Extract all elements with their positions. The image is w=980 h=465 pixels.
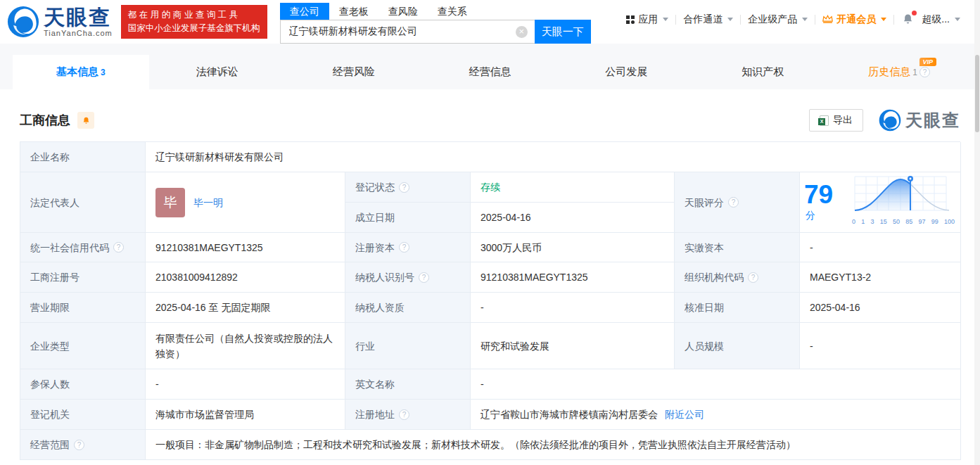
help-icon[interactable]: ? <box>399 182 409 193</box>
section-bar: 工商信息 导出 天眼查 <box>20 109 960 132</box>
reg-authority-value: 海城市市场监督管理局 <box>146 400 345 430</box>
menu-user-label: 超级... <box>922 13 950 26</box>
notifications-button[interactable] <box>901 13 915 26</box>
tab-legal[interactable]: 法律诉讼 <box>149 55 286 89</box>
top-menu: 应用 合作通道 企业级产品 开通会员 <box>626 13 960 26</box>
insured-count-value: - <box>146 369 345 400</box>
tab-legal-label: 法律诉讼 <box>196 65 238 79</box>
help-icon[interactable]: ? <box>919 67 930 77</box>
help-icon[interactable]: ? <box>74 440 84 450</box>
tianyancha-logo-icon <box>879 109 901 132</box>
help-icon[interactable]: ? <box>728 197 739 208</box>
tab-intellectual-property[interactable]: 知识产权 <box>694 55 831 89</box>
vip-badge: VIP <box>919 58 937 66</box>
tab-basic-info[interactable]: 基本信息 3 <box>13 55 149 89</box>
credit-code-label: 统一社会信用代码? <box>20 233 146 262</box>
search-tab-company[interactable]: 查公司 <box>280 3 329 20</box>
business-scope-label: 经营范围? <box>20 430 146 460</box>
tianyancha-logo-icon <box>7 6 39 38</box>
search-button[interactable]: 天眼一下 <box>535 20 591 44</box>
tianyancha-logo[interactable]: 天眼查 TianYanCha.com <box>7 6 113 38</box>
reg-capital-label: 注册资本? <box>345 233 471 262</box>
company-type-label: 企业类型 <box>20 323 146 369</box>
reg-status-value: 存续 <box>471 172 675 203</box>
divider <box>740 15 741 25</box>
tab-basic-info-label: 基本信息 <box>56 65 98 79</box>
clear-search-icon[interactable]: × <box>516 26 528 38</box>
help-icon[interactable]: ? <box>113 242 124 253</box>
top-header: 天眼查 TianYanCha.com 都在用的商业查询工具 国家中小企业发展子基… <box>0 0 980 44</box>
export-button-label: 导出 <box>833 114 853 127</box>
scrollbar[interactable] <box>974 0 980 465</box>
establish-date-label: 成立日期 <box>345 203 471 233</box>
watermark-text: 天眼查 <box>905 109 960 132</box>
monitor-bell-button[interactable] <box>77 112 94 129</box>
menu-vip[interactable]: 开通会员 <box>822 13 886 26</box>
help-icon[interactable]: ? <box>748 272 758 283</box>
divider <box>893 15 894 25</box>
score-number: 79 <box>804 180 833 209</box>
score-value[interactable]: 79分 01 <box>800 172 961 233</box>
insured-count-label: 参保人数 <box>20 369 146 400</box>
bell-icon <box>82 116 91 125</box>
company-name-label: 企业名称 <box>20 142 146 172</box>
tab-operating-risk[interactable]: 经营风险 <box>286 55 422 89</box>
help-icon[interactable]: ? <box>399 242 409 253</box>
chevron-down-icon <box>881 18 886 21</box>
scrollbar-thumb[interactable] <box>975 55 979 132</box>
paid-capital-label: 实缴资本 <box>675 233 800 262</box>
reg-number-value: 210381009412892 <box>146 262 345 293</box>
bell-curve-chart <box>851 175 956 213</box>
score-label: 天眼评分? <box>675 172 800 233</box>
search-tabs: 查公司 查老板 查风险 查关系 <box>280 3 591 20</box>
chevron-down-icon <box>802 18 808 21</box>
menu-enterprise[interactable]: 企业级产品 <box>748 13 808 26</box>
org-code-label: 组织机构代码? <box>675 262 800 293</box>
chevron-down-icon <box>663 18 668 21</box>
help-icon[interactable]: ? <box>399 409 409 420</box>
taxpayer-quality-label: 纳税人资质 <box>345 293 471 323</box>
menu-vip-label: 开通会员 <box>836 13 876 26</box>
reg-address-label: 注册地址? <box>345 400 471 430</box>
score-distribution-chart: 01 315 5085 9799 100 <box>851 175 956 229</box>
divider <box>815 15 815 25</box>
tab-history-info[interactable]: VIP 历史信息 1 ? <box>831 55 967 89</box>
score-unit: 分 <box>806 210 815 221</box>
tab-company-development[interactable]: 公司发展 <box>558 55 694 89</box>
nearby-companies-link[interactable]: 附近公司 <box>665 407 704 422</box>
legal-rep-avatar[interactable]: 毕 <box>155 188 185 217</box>
taxpayer-id-label: 纳税人识别号? <box>345 262 471 293</box>
menu-cooperation-label: 合作通道 <box>683 13 723 26</box>
tianyancha-watermark: 天眼查 <box>879 109 960 132</box>
search-tab-relation[interactable]: 查关系 <box>428 3 477 20</box>
promo-banner-line2: 国家中小企业发展子基金旗下机构 <box>128 22 260 35</box>
menu-cooperation[interactable]: 合作通道 <box>683 13 733 26</box>
menu-user[interactable]: 超级... <box>922 13 960 26</box>
paid-capital-value: - <box>800 233 961 262</box>
logo-domain-text: TianYanCha.com <box>44 29 113 37</box>
reg-status-label: 登记状态? <box>345 172 471 203</box>
english-name-value: - <box>471 369 961 400</box>
approval-date-label: 核准日期 <box>675 293 800 323</box>
legal-rep-name-link[interactable]: 毕一明 <box>193 195 223 210</box>
search-tab-risk[interactable]: 查风险 <box>378 3 428 20</box>
tab-history-info-count: 1 <box>912 68 917 77</box>
help-icon[interactable]: ? <box>419 272 429 283</box>
menu-apps-label: 应用 <box>638 13 658 26</box>
company-name-value: 辽宁镁研新材料研发有限公司 <box>146 142 961 172</box>
credit-code-value: 91210381MAEGYT1325 <box>146 233 345 262</box>
menu-apps[interactable]: 应用 <box>626 13 668 26</box>
export-button[interactable]: 导出 <box>809 109 863 132</box>
reg-address-value: 辽宁省鞍山市海城市牌楼镇南沟村居委会 附近公司 <box>471 400 961 430</box>
nav-band: 基本信息 3 法律诉讼 经营风险 经营信息 公司发展 知识产权 VIP 历史信息… <box>0 44 980 89</box>
chevron-down-icon <box>955 18 960 21</box>
search-tab-boss[interactable]: 查老板 <box>329 3 378 20</box>
tab-company-development-label: 公司发展 <box>605 65 647 79</box>
search-input[interactable] <box>281 20 535 43</box>
tab-operating-info[interactable]: 经营信息 <box>422 55 559 89</box>
taxpayer-id-value: 91210381MAEGYT1325 <box>471 262 675 293</box>
divider <box>675 15 676 25</box>
score-chart-axis: 01 315 5085 9799 100 <box>852 214 955 229</box>
business-scope-value: 一般项目：非金属矿物制品制造；工程和技术研究和试验发展；新材料技术研发。（除依法… <box>146 430 961 460</box>
legal-rep-label: 法定代表人 <box>20 172 146 233</box>
